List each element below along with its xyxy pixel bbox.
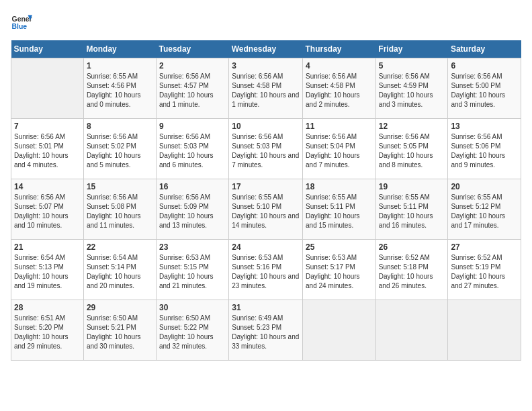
weekday-header-saturday: Saturday: [448, 40, 521, 58]
sunset-label: Sunset: 5:02 PM: [87, 142, 136, 150]
daylight-label: Daylight: 10 hours and 29 minutes.: [14, 333, 69, 350]
sunset-label: Sunset: 5:17 PM: [306, 263, 355, 271]
day-info: Sunrise: 6:56 AM Sunset: 5:00 PM Dayligh…: [451, 72, 518, 109]
daylight-label: Daylight: 10 hours and 5 minutes.: [87, 152, 141, 169]
day-info: Sunrise: 6:54 AM Sunset: 5:14 PM Dayligh…: [87, 253, 153, 291]
day-info: Sunrise: 6:56 AM Sunset: 5:01 PM Dayligh…: [14, 132, 81, 170]
day-number: 22: [87, 242, 153, 252]
sunrise-label: Sunrise: 6:56 AM: [14, 133, 65, 140]
sunset-label: Sunset: 4:59 PM: [379, 82, 429, 89]
calendar-cell: 6 Sunrise: 6:56 AM Sunset: 5:00 PM Dayli…: [448, 58, 521, 119]
sunset-label: Sunset: 5:03 PM: [159, 142, 209, 150]
calendar-cell: 22 Sunrise: 6:54 AM Sunset: 5:14 PM Dayl…: [83, 240, 156, 300]
daylight-label: Daylight: 10 hours and 16 minutes.: [379, 212, 433, 229]
calendar-cell: [11, 58, 84, 119]
weekday-header-monday: Monday: [83, 40, 156, 58]
daylight-label: Daylight: 10 hours and 24 minutes.: [306, 273, 360, 289]
day-info: Sunrise: 6:55 AM Sunset: 4:56 PM Dayligh…: [87, 72, 153, 109]
weekday-header-tuesday: Tuesday: [156, 40, 228, 58]
day-number: 9: [159, 122, 226, 131]
sunrise-label: Sunrise: 6:56 AM: [14, 193, 65, 201]
svg-text:Blue: Blue: [12, 23, 28, 30]
daylight-label: Daylight: 10 hours and 10 minutes.: [14, 212, 69, 229]
weekday-header-wednesday: Wednesday: [229, 40, 303, 58]
sunset-label: Sunset: 5:12 PM: [451, 203, 500, 210]
day-number: 3: [232, 61, 300, 71]
sunrise-label: Sunrise: 6:56 AM: [379, 73, 430, 80]
day-number: 30: [159, 303, 226, 312]
sunset-label: Sunset: 5:15 PM: [159, 263, 209, 271]
calendar-cell: 8 Sunrise: 6:56 AM Sunset: 5:02 PM Dayli…: [83, 119, 156, 179]
day-info: Sunrise: 6:51 AM Sunset: 5:20 PM Dayligh…: [14, 314, 81, 351]
calendar-cell: 4 Sunrise: 6:56 AM Sunset: 4:58 PM Dayli…: [303, 58, 376, 119]
sunset-label: Sunset: 5:04 PM: [306, 142, 355, 150]
calendar-cell: 23 Sunrise: 6:53 AM Sunset: 5:15 PM Dayl…: [156, 240, 228, 300]
calendar-cell: 2 Sunrise: 6:56 AM Sunset: 4:57 PM Dayli…: [156, 58, 228, 119]
sunrise-label: Sunrise: 6:53 AM: [232, 254, 283, 261]
daylight-label: Daylight: 10 hours and 27 minutes.: [451, 273, 505, 289]
calendar-cell: [448, 300, 521, 361]
daylight-label: Daylight: 10 hours and 9 minutes.: [451, 152, 505, 169]
day-info: Sunrise: 6:55 AM Sunset: 5:11 PM Dayligh…: [379, 193, 445, 230]
sunset-label: Sunset: 5:19 PM: [451, 263, 500, 271]
sunset-label: Sunset: 5:05 PM: [379, 142, 429, 150]
day-number: 8: [87, 122, 153, 131]
daylight-label: Daylight: 10 hours and 3 minutes.: [451, 91, 505, 108]
daylight-label: Daylight: 10 hours and 21 minutes.: [159, 273, 214, 289]
daylight-label: Daylight: 10 hours and 32 minutes.: [159, 333, 214, 350]
calendar-cell: [375, 300, 448, 361]
sunset-label: Sunset: 5:22 PM: [159, 324, 209, 331]
weekday-header-thursday: Thursday: [303, 40, 376, 58]
sunrise-label: Sunrise: 6:50 AM: [87, 314, 138, 322]
sunset-label: Sunset: 5:03 PM: [232, 142, 281, 150]
sunset-label: Sunset: 5:06 PM: [451, 142, 500, 150]
day-number: 18: [306, 182, 373, 191]
day-info: Sunrise: 6:56 AM Sunset: 5:08 PM Dayligh…: [87, 193, 153, 230]
daylight-label: Daylight: 10 hours and 2 minutes.: [306, 91, 360, 108]
day-info: Sunrise: 6:52 AM Sunset: 5:18 PM Dayligh…: [379, 253, 445, 291]
calendar-cell: 30 Sunrise: 6:50 AM Sunset: 5:22 PM Dayl…: [156, 300, 228, 361]
day-info: Sunrise: 6:55 AM Sunset: 5:11 PM Dayligh…: [306, 193, 373, 230]
day-number: 1: [87, 61, 153, 71]
sunrise-label: Sunrise: 6:55 AM: [232, 193, 283, 201]
day-info: Sunrise: 6:56 AM Sunset: 5:09 PM Dayligh…: [159, 193, 226, 230]
daylight-label: Daylight: 10 hours and 8 minutes.: [379, 152, 433, 169]
calendar-cell: 26 Sunrise: 6:52 AM Sunset: 5:18 PM Dayl…: [375, 240, 448, 300]
sunrise-label: Sunrise: 6:55 AM: [87, 73, 138, 80]
daylight-label: Daylight: 10 hours and 7 minutes.: [306, 152, 360, 169]
calendar-cell: 17 Sunrise: 6:55 AM Sunset: 5:10 PM Dayl…: [229, 179, 303, 240]
daylight-label: Daylight: 10 hours and 20 minutes.: [87, 273, 141, 289]
sunrise-label: Sunrise: 6:55 AM: [379, 193, 430, 201]
day-info: Sunrise: 6:56 AM Sunset: 5:03 PM Dayligh…: [159, 132, 226, 170]
day-info: Sunrise: 6:55 AM Sunset: 5:10 PM Dayligh…: [232, 193, 300, 230]
sunrise-label: Sunrise: 6:54 AM: [87, 254, 138, 261]
calendar-cell: 1 Sunrise: 6:55 AM Sunset: 4:56 PM Dayli…: [83, 58, 156, 119]
calendar-cell: 15 Sunrise: 6:56 AM Sunset: 5:08 PM Dayl…: [83, 179, 156, 240]
day-number: 2: [159, 61, 226, 71]
week-row-2: 7 Sunrise: 6:56 AM Sunset: 5:01 PM Dayli…: [11, 119, 521, 179]
day-info: Sunrise: 6:49 AM Sunset: 5:23 PM Dayligh…: [232, 314, 300, 351]
day-number: 16: [159, 182, 226, 191]
day-number: 23: [159, 242, 226, 252]
sunset-label: Sunset: 5:20 PM: [14, 324, 64, 331]
daylight-label: Daylight: 10 hours and 33 minutes.: [232, 333, 299, 350]
day-number: 20: [451, 182, 518, 191]
calendar-cell: 3 Sunrise: 6:56 AM Sunset: 4:58 PM Dayli…: [229, 58, 303, 119]
daylight-label: Daylight: 10 hours and 30 minutes.: [87, 333, 141, 350]
sunset-label: Sunset: 5:01 PM: [14, 142, 64, 150]
sunrise-label: Sunrise: 6:56 AM: [379, 133, 430, 140]
day-number: 12: [379, 122, 445, 131]
daylight-label: Daylight: 10 hours and 23 minutes.: [232, 273, 299, 289]
daylight-label: Daylight: 10 hours and 0 minutes.: [87, 91, 141, 108]
day-info: Sunrise: 6:55 AM Sunset: 5:12 PM Dayligh…: [451, 193, 518, 230]
week-row-5: 28 Sunrise: 6:51 AM Sunset: 5:20 PM Dayl…: [11, 300, 521, 361]
day-info: Sunrise: 6:56 AM Sunset: 5:02 PM Dayligh…: [87, 132, 153, 170]
sunrise-label: Sunrise: 6:56 AM: [451, 73, 502, 80]
calendar-cell: 12 Sunrise: 6:56 AM Sunset: 5:05 PM Dayl…: [375, 119, 448, 179]
daylight-label: Daylight: 10 hours and 7 minutes.: [232, 152, 299, 169]
sunrise-label: Sunrise: 6:50 AM: [159, 314, 210, 322]
sunset-label: Sunset: 4:58 PM: [232, 82, 281, 89]
calendar-table: SundayMondayTuesdayWednesdayThursdayFrid…: [11, 40, 521, 361]
calendar-cell: 14 Sunrise: 6:56 AM Sunset: 5:07 PM Dayl…: [11, 179, 84, 240]
day-info: Sunrise: 6:54 AM Sunset: 5:13 PM Dayligh…: [14, 253, 81, 291]
